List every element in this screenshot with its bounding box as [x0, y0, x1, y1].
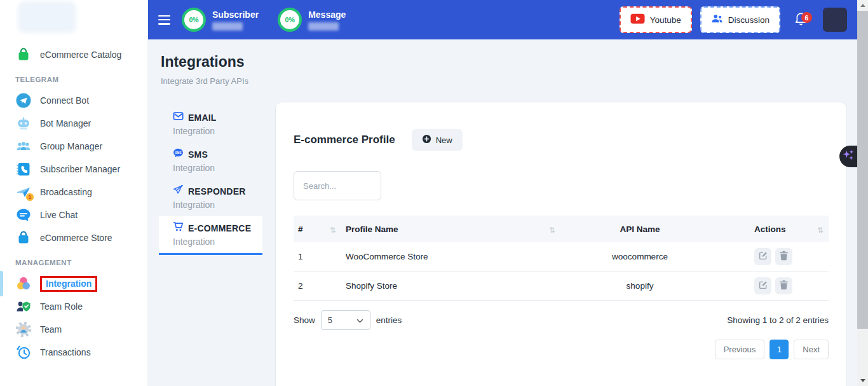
- user-avatar[interactable]: [823, 8, 847, 32]
- robot-icon: [15, 115, 32, 132]
- sidebar-item-integration[interactable]: Integration: [15, 272, 141, 295]
- profile-name: Shopify Store: [341, 281, 560, 291]
- sidebar-item-team[interactable]: Team: [15, 318, 141, 341]
- edit-pencil-icon: [758, 280, 768, 292]
- scrollbar-thumb[interactable]: [857, 11, 868, 329]
- sort-icon: ⇅: [549, 226, 555, 235]
- message-progress-ring: 0%: [278, 8, 302, 32]
- edit-button[interactable]: [754, 277, 771, 294]
- app-logo: [18, 1, 76, 33]
- main-content: Integrations Integrate 3rd Party APIs EM…: [148, 39, 857, 386]
- subscriber-stat: 0% Subscriber: [182, 8, 259, 32]
- message-count-blurred: [308, 22, 339, 31]
- sidebar-item-live-chat[interactable]: Live Chat: [15, 203, 141, 226]
- tab-title: E-COMMERCE: [188, 223, 251, 233]
- chevron-down-icon: [356, 315, 363, 325]
- hamburger-menu-icon[interactable]: [158, 15, 170, 25]
- youtube-button-label: Youtube: [650, 15, 681, 25]
- sidebar-item-label: eCommerce Catalog: [40, 50, 121, 60]
- new-profile-button[interactable]: New: [412, 129, 463, 151]
- discussion-button[interactable]: Discussion: [700, 6, 780, 33]
- section-title-telegram: TELEGRAM: [15, 76, 141, 83]
- edit-button[interactable]: [754, 248, 771, 265]
- current-page-button[interactable]: 1: [770, 340, 789, 359]
- tab-sms-integration[interactable]: SMS SMS Integration: [159, 142, 262, 179]
- tab-subtitle: Integration: [173, 126, 262, 136]
- subscriber-count-blurred: [212, 22, 243, 31]
- column-header-actions[interactable]: Actions ⇅: [719, 223, 829, 235]
- integration-circles-icon: [15, 275, 32, 292]
- sidebar-item-label: eCommerce Store: [40, 233, 112, 243]
- section-title-management: MANAGEMENT: [15, 259, 141, 266]
- entries-summary: Showing 1 to 2 of 2 entries: [727, 315, 829, 325]
- tab-subtitle: Integration: [173, 163, 262, 173]
- active-item-indicator: [0, 271, 3, 296]
- contact-book-phone-icon: [15, 161, 32, 177]
- sparkles-icon: [843, 149, 854, 164]
- scrollbar-up-arrow[interactable]: [857, 0, 868, 11]
- table-footer: Show 5 entries Showing 1 to 2 of 2 entri…: [294, 310, 829, 330]
- tab-title: EMAIL: [188, 113, 217, 123]
- sidebar-item-ecommerce-catalog[interactable]: eCommerce Catalog: [15, 43, 141, 66]
- profile-name: WooCommerce Store: [341, 252, 560, 261]
- broadcast-count-badge: 1: [25, 193, 34, 202]
- notification-bell[interactable]: 6: [794, 11, 808, 29]
- api-name: woocommerce: [560, 252, 719, 261]
- scrollbar-down-arrow[interactable]: [857, 375, 868, 386]
- telegram-plane-icon: [15, 92, 32, 109]
- clock-history-icon: [15, 344, 32, 361]
- sidebar-item-bot-manager[interactable]: Bot Manager: [15, 112, 141, 135]
- edit-pencil-icon: [758, 251, 768, 263]
- search-input[interactable]: [294, 171, 381, 200]
- trash-icon: [779, 280, 789, 292]
- tab-ecommerce-integration[interactable]: E-COMMERCE Integration: [159, 216, 262, 255]
- svg-text:SMS: SMS: [175, 151, 182, 155]
- users-icon: [711, 13, 723, 26]
- sidebar-item-subscriber-manager[interactable]: Subscriber Manager: [15, 158, 141, 181]
- topbar: 0% Subscriber 0% Message Youtube Di: [148, 0, 857, 39]
- sidebar-item-label: Transactions: [40, 347, 91, 357]
- trash-icon: [779, 251, 789, 263]
- sidebar-item-label: Subscriber Manager: [40, 164, 120, 174]
- page-subtitle: Integrate 3rd Party APIs: [161, 76, 248, 86]
- sidebar-item-broadcasting[interactable]: 1 Broadcasting: [15, 181, 141, 203]
- row-number: 1: [294, 252, 341, 261]
- ai-assistant-button[interactable]: [839, 146, 857, 167]
- column-header-api-name[interactable]: API Name: [560, 224, 719, 234]
- gear-user-icon: [15, 321, 32, 338]
- sidebar-item-label: Team: [40, 324, 62, 334]
- notification-count-badge: 6: [801, 12, 812, 23]
- new-button-label: New: [436, 135, 452, 145]
- delete-button[interactable]: [775, 277, 792, 294]
- shopping-bag-blue-icon: [15, 230, 32, 246]
- message-stat: 0% Message: [278, 8, 346, 32]
- vertical-scrollbar: [857, 0, 868, 386]
- pagination: Previous 1 Next: [294, 340, 829, 359]
- annotation-red-box: Integration: [40, 276, 97, 292]
- previous-page-button[interactable]: Previous: [715, 340, 765, 359]
- subscriber-progress-ring: 0%: [182, 8, 206, 32]
- chat-bubble-icon: [15, 207, 32, 223]
- table-row: 1 WooCommerce Store woocommerce: [294, 242, 829, 272]
- column-header-num[interactable]: # ⇅: [294, 223, 341, 235]
- sidebar-item-connect-bot[interactable]: Connect Bot: [15, 89, 141, 112]
- page-size-select[interactable]: 5: [321, 310, 370, 330]
- sidebar-item-label: Group Manager: [40, 141, 102, 151]
- sort-icon: ⇅: [817, 226, 824, 235]
- delete-button[interactable]: [775, 248, 792, 265]
- youtube-button[interactable]: Youtube: [620, 6, 692, 33]
- broadcast-plane-icon: 1: [15, 184, 32, 200]
- sidebar-item-team-role[interactable]: Team Role: [15, 295, 141, 318]
- sidebar-item-transactions[interactable]: Transactions: [15, 341, 141, 364]
- sidebar-item-group-manager[interactable]: Group Manager: [15, 135, 141, 158]
- next-page-button[interactable]: Next: [794, 340, 829, 359]
- sidebar-item-label: Integration: [46, 279, 92, 289]
- tab-subtitle: Integration: [173, 237, 262, 247]
- sidebar-item-ecommerce-store[interactable]: eCommerce Store: [15, 226, 141, 249]
- tab-responder-integration[interactable]: RESPONDER Integration: [159, 179, 262, 216]
- sms-bubble-icon: SMS: [173, 148, 184, 161]
- sidebar-item-label: Connect Bot: [40, 95, 89, 106]
- column-header-profile-name[interactable]: Profile Name ⇅: [341, 223, 560, 235]
- envelope-icon: [173, 111, 184, 124]
- tab-email-integration[interactable]: EMAIL Integration: [159, 106, 262, 142]
